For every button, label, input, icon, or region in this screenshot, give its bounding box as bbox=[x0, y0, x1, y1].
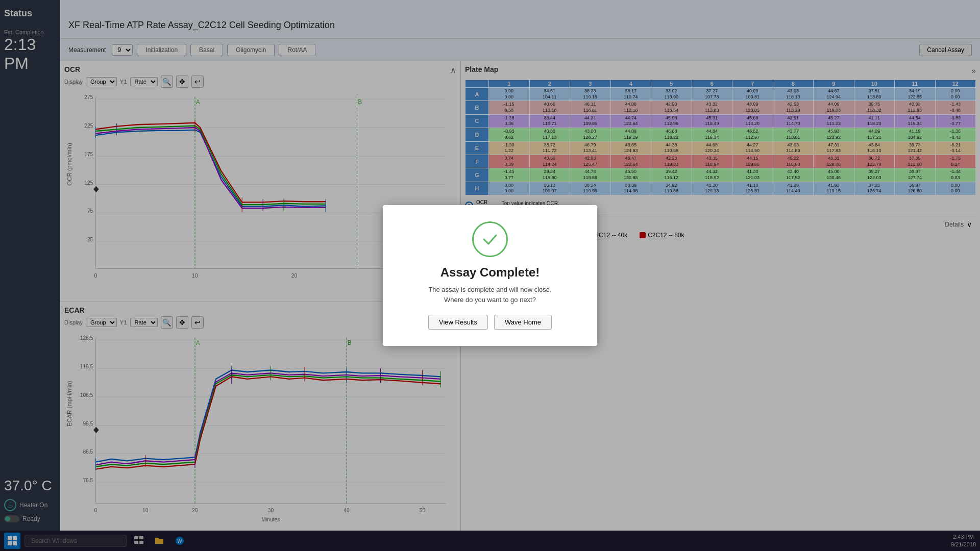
modal-title: Assay Complete! bbox=[403, 265, 577, 280]
modal-buttons: View Results Wave Home bbox=[403, 315, 577, 330]
modal-overlay: Assay Complete! The assay is complete an… bbox=[0, 0, 980, 551]
assay-complete-modal: Assay Complete! The assay is complete an… bbox=[383, 205, 597, 346]
modal-check-icon bbox=[472, 221, 508, 257]
view-results-button[interactable]: View Results bbox=[428, 315, 488, 330]
wave-home-button[interactable]: Wave Home bbox=[494, 315, 552, 330]
modal-body: The assay is complete and will now close… bbox=[403, 285, 577, 305]
